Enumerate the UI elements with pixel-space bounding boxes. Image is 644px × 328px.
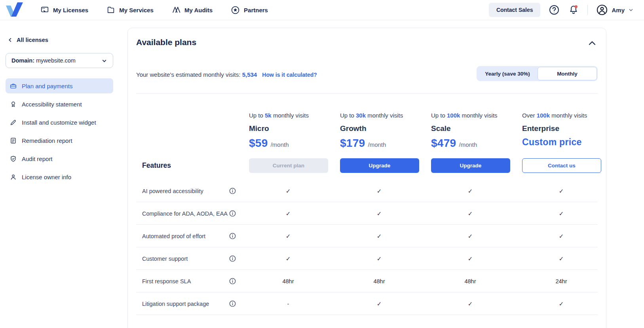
visits-value: 5,534 xyxy=(242,71,257,78)
plan-period: /month xyxy=(459,141,477,148)
sidebar-item-license-owner-info[interactable]: License owner info xyxy=(6,169,113,184)
feature-value: ✓ xyxy=(516,210,607,217)
feature-value: ✓ xyxy=(334,210,425,217)
feature-label: AI powered accessibility xyxy=(142,188,229,194)
plan-visits: Up to 5k monthly visits xyxy=(249,112,334,119)
available-plans-card: Available plans Your website’s estimated… xyxy=(127,28,606,328)
pencil-icon xyxy=(9,119,17,126)
info-icon[interactable] xyxy=(229,210,243,217)
info-icon[interactable] xyxy=(229,188,243,194)
contact-us-button[interactable]: Contact us xyxy=(522,158,601,173)
topnav-right: Contact Sales Amy xyxy=(489,3,634,17)
nav-partners[interactable]: Partners xyxy=(231,6,268,15)
plan-price: $179 xyxy=(340,137,365,150)
feature-label: Litigation support package xyxy=(142,301,229,307)
feature-value: ✓ xyxy=(243,210,334,217)
nav-my-services[interactable]: My Services xyxy=(106,6,154,15)
domain-text: Domain: mywebsite.com xyxy=(11,57,76,64)
plan-visits: Up to 100k monthly visits xyxy=(431,112,516,119)
feature-value: 24hr xyxy=(516,278,607,284)
sidebar-item-audit-report[interactable]: Audit report xyxy=(6,151,113,166)
briefcase-icon xyxy=(9,82,17,90)
nav-label: My Audits xyxy=(184,7,213,13)
user-menu[interactable]: Amy xyxy=(596,4,634,16)
collapse-section-button[interactable] xyxy=(587,39,597,48)
features-heading: Features xyxy=(142,161,229,170)
contact-sales-button[interactable]: Contact Sales xyxy=(489,3,541,17)
plan-price: Custom price xyxy=(522,137,582,148)
feature-row-compliance: Compliance for ADA, AODA, EAA ✓ ✓ ✓ ✓ xyxy=(128,202,606,225)
notifications-button[interactable] xyxy=(568,4,579,15)
primary-nav: My Licenses My Services My Audits Partne… xyxy=(40,6,268,15)
feature-value: ✓ xyxy=(334,255,425,262)
top-nav: My Licenses My Services My Audits Partne… xyxy=(0,0,644,20)
current-plan-button: Current plan xyxy=(249,158,328,173)
plan-period: /month xyxy=(271,141,289,148)
feature-row-litigation-support: Litigation support package - ✓ ✓ ✓ xyxy=(128,292,606,315)
feature-value: ✓ xyxy=(425,300,516,307)
brand-logo[interactable] xyxy=(6,2,24,18)
info-icon[interactable] xyxy=(229,233,243,239)
chevron-up-icon xyxy=(587,39,597,48)
sidebar-item-label: Plan and payments xyxy=(22,83,72,89)
chevron-down-icon xyxy=(628,7,634,13)
feature-row-proof-of-effort: Automated proof of effort ✓ ✓ ✓ ✓ xyxy=(128,225,606,247)
feature-value: ✓ xyxy=(334,300,425,307)
plan-name: Growth xyxy=(340,124,425,133)
feature-value: 48hr xyxy=(243,278,334,284)
upgrade-growth-button[interactable]: Upgrade xyxy=(340,158,419,173)
sidebar: All licenses Domain: mywebsite.com Plan … xyxy=(0,20,119,328)
how-calculated-link[interactable]: How is it calculated? xyxy=(262,72,317,78)
feature-value: ✓ xyxy=(516,255,607,262)
billing-period-toggle: Yearly (save 30%) Monthly xyxy=(477,66,598,81)
toggle-monthly[interactable]: Monthly xyxy=(538,67,597,80)
help-icon xyxy=(549,4,560,15)
info-icon[interactable] xyxy=(229,300,243,307)
upgrade-scale-button[interactable]: Upgrade xyxy=(431,158,510,173)
shield-check-icon xyxy=(9,155,17,163)
divider xyxy=(587,5,588,15)
plan-header-enterprise: Over 100k monthly visits Enterprise Cust… xyxy=(516,94,607,150)
help-button[interactable] xyxy=(549,4,560,15)
info-icon[interactable] xyxy=(229,278,243,284)
plan-visits: Over 100k monthly visits xyxy=(522,112,607,119)
feature-value: ✓ xyxy=(425,255,516,262)
avatar-icon xyxy=(596,4,608,16)
nav-my-audits[interactable]: My Audits xyxy=(172,6,213,15)
chevron-down-icon xyxy=(101,58,107,64)
feature-row-ai-powered-accessibility: AI powered accessibility ✓ ✓ ✓ ✓ xyxy=(128,180,606,202)
sidebar-item-label: License owner info xyxy=(22,174,71,180)
toggle-yearly[interactable]: Yearly (save 30%) xyxy=(477,67,538,80)
sidebar-item-accessibility-statement[interactable]: Accessibility statement xyxy=(6,97,113,112)
feature-value: ✓ xyxy=(516,300,607,307)
plan-price: $479 xyxy=(431,137,456,150)
sidebar-item-remediation-report[interactable]: Remediation report xyxy=(6,133,113,148)
licenses-icon xyxy=(40,6,49,14)
sidebar-item-plan-and-payments[interactable]: Plan and payments xyxy=(6,78,113,93)
domain-selector[interactable]: Domain: mywebsite.com xyxy=(6,53,113,68)
feature-label: Customer support xyxy=(142,256,229,262)
person-icon xyxy=(9,173,17,181)
nav-label: My Services xyxy=(119,7,154,13)
feature-label: Compliance for ADA, AODA, EAA xyxy=(142,210,229,217)
plan-visits: Up to 30k monthly visits xyxy=(340,112,425,119)
feature-value: ✓ xyxy=(243,233,334,240)
feature-value: ✓ xyxy=(516,233,607,240)
feature-value: 48hr xyxy=(334,278,425,284)
domain-label: Domain: xyxy=(11,57,34,64)
nav-label: Partners xyxy=(244,7,268,13)
plan-header-scale: Up to 100k monthly visits Scale $479 /mo… xyxy=(425,94,516,150)
notification-badge xyxy=(575,5,578,8)
info-icon[interactable] xyxy=(229,255,243,262)
sidebar-item-label: Audit report xyxy=(22,155,53,162)
services-icon xyxy=(106,6,115,14)
feature-label: First response SLA xyxy=(142,278,229,284)
back-to-all-licenses[interactable]: All licenses xyxy=(8,37,113,43)
feature-label: Automated proof of effort xyxy=(142,233,229,239)
feature-value: ✓ xyxy=(334,233,425,240)
sidebar-item-label: Remediation report xyxy=(22,137,72,144)
feature-value: - xyxy=(243,301,334,307)
sidebar-item-install-widget[interactable]: Install and customize widget xyxy=(6,115,113,130)
audits-icon xyxy=(172,6,180,14)
nav-my-licenses[interactable]: My Licenses xyxy=(40,6,88,15)
